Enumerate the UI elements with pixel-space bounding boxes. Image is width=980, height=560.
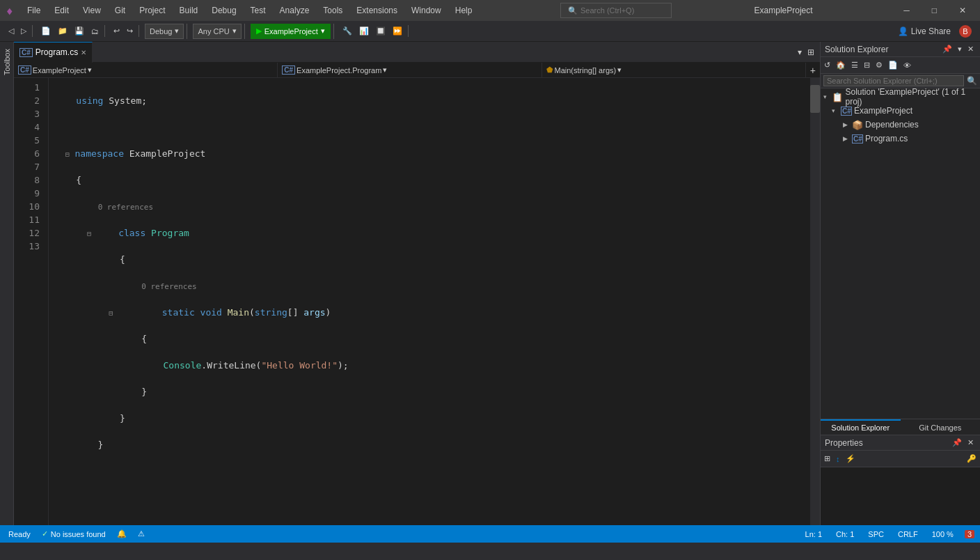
status-col[interactable]: Ch: 1 xyxy=(833,530,857,538)
se-newfile-btn[interactable]: 📄 xyxy=(886,59,900,71)
editor-tab-programcs[interactable]: C# Program.cs ✕ xyxy=(14,42,93,63)
code-editor: 12345 678910 111213 using System; ⊟ name… xyxy=(14,78,820,525)
run-button[interactable]: ▶ ExampleProject ▾ xyxy=(251,24,331,39)
menu-file[interactable]: File xyxy=(22,4,46,17)
menu-debug[interactable]: Debug xyxy=(206,4,242,17)
status-bar: Ready ✓ No issues found 🔔 ⚠ Ln: 1 Ch: 1 … xyxy=(0,525,980,543)
vs-logo: ⬧ xyxy=(6,3,13,18)
collapse-class[interactable]: ⊟ xyxy=(87,230,91,238)
main-area: Toolbox C# Program.cs ✕ ▾ ⊞ C# ExamplePr… xyxy=(0,42,980,525)
toolbar-new-btn[interactable]: 📄 xyxy=(38,25,54,37)
toolbar-run: ▶ ExampleProject ▾ xyxy=(248,24,334,39)
panel-close-button[interactable]: ✕ xyxy=(965,44,976,54)
panel-actions: 📌 ▾ ✕ xyxy=(940,44,976,54)
vertical-scrollbar[interactable] xyxy=(810,78,820,525)
panel-menu-button[interactable]: ▾ xyxy=(956,44,964,54)
tree-dependencies[interactable]: ▶ 📦 Dependencies xyxy=(821,118,980,132)
prop-toolbar: ⊞ ↕ ⚡ 🔑 xyxy=(821,451,980,467)
toolbar-step-btn[interactable]: ⏩ xyxy=(390,25,405,37)
status-errors[interactable]: ⚠ xyxy=(135,529,148,538)
collapse-main[interactable]: ⊟ xyxy=(109,309,113,317)
menu-analyze[interactable]: Analyze xyxy=(274,4,315,17)
toolbar-redo-btn[interactable]: ↪ xyxy=(124,25,136,37)
notification-count[interactable]: 3 xyxy=(965,530,974,538)
nav-class-icon: C# xyxy=(282,65,295,75)
tab-list-icon[interactable]: ▾ xyxy=(795,46,805,59)
split-editor-icon[interactable]: ⊞ xyxy=(805,46,817,59)
prop-pin-button[interactable]: 📌 xyxy=(950,437,964,448)
menu-view[interactable]: View xyxy=(77,4,106,17)
status-spc[interactable]: SPC xyxy=(865,530,887,538)
close-button[interactable]: ✕ xyxy=(951,3,974,18)
window-title: 🔍 xyxy=(560,3,672,18)
menu-help[interactable]: Help xyxy=(450,4,478,17)
status-crlf[interactable]: CRLF xyxy=(895,530,921,538)
toolbox-tab[interactable]: Toolbox xyxy=(1,45,13,79)
menu-tools[interactable]: Tools xyxy=(317,4,348,17)
prop-refresh-btn[interactable]: 🔑 xyxy=(965,453,979,465)
nav-bar: C# ExampleProject ▾ C# ExampleProject.Pr… xyxy=(14,63,820,78)
se-preview-btn[interactable]: 👁 xyxy=(901,60,913,71)
se-filter-btn[interactable]: ☰ xyxy=(849,59,860,71)
project-nav-dropdown[interactable]: C# ExampleProject ▾ xyxy=(14,63,278,77)
properties-panel: Properties 📌 ✕ ⊞ ↕ ⚡ 🔑 xyxy=(821,435,980,525)
status-notifications[interactable]: 🔔 xyxy=(114,529,129,538)
toolbar-open-btn[interactable]: 📁 xyxy=(55,25,70,37)
status-zoom[interactable]: 100 % xyxy=(929,530,956,538)
toolbar-save-btn[interactable]: 💾 xyxy=(72,25,87,37)
se-collapse-btn[interactable]: ⊟ xyxy=(862,59,872,71)
file-icon: C# xyxy=(852,134,863,143)
menu-project[interactable]: Project xyxy=(134,4,171,17)
close-tab-button[interactable]: ✕ xyxy=(81,49,86,56)
status-ready[interactable]: Ready xyxy=(6,530,33,538)
editor-area: C# Program.cs ✕ ▾ ⊞ C# ExampleProject ▾ … xyxy=(14,42,820,525)
chevron-down-icon: ▾ xyxy=(383,65,387,75)
prop-sort-btn[interactable]: ↕ xyxy=(834,453,842,465)
prop-grid-btn[interactable]: ⊞ xyxy=(822,453,832,465)
debug-config-dropdown[interactable]: Debug ▾ xyxy=(145,24,184,39)
class-nav-dropdown[interactable]: C# ExampleProject.Program ▾ xyxy=(278,63,542,77)
toolbar-forward-btn[interactable]: ▷ xyxy=(18,25,29,37)
scrollbar-thumb[interactable] xyxy=(810,85,820,113)
tree-programcs[interactable]: ▶ C# Program.cs xyxy=(821,132,980,146)
toolbar-attach-btn[interactable]: 🔧 xyxy=(340,25,355,37)
platform-dropdown[interactable]: Any CPU ▾ xyxy=(193,24,241,39)
menu-extensions[interactable]: Extensions xyxy=(351,4,403,17)
prop-filter-btn[interactable]: ⚡ xyxy=(844,453,858,465)
liveshare-button[interactable]: 👤 Live Share B xyxy=(892,24,977,39)
se-tab-git[interactable]: Git Changes xyxy=(901,419,981,435)
toolbar-profiler-btn[interactable]: 📊 xyxy=(356,25,372,37)
status-issues[interactable]: ✓ No issues found xyxy=(39,529,109,538)
maximize-button[interactable]: □ xyxy=(924,3,945,18)
se-home-btn[interactable]: 🏠 xyxy=(834,59,848,71)
panel-pin-button[interactable]: 📌 xyxy=(940,44,954,54)
menu-edit[interactable]: Edit xyxy=(49,4,74,17)
collapse-namespace[interactable]: ⊟ xyxy=(65,150,70,158)
toolbar-undo-btn[interactable]: ↩ xyxy=(111,25,122,37)
se-tree: ▾ 📋 Solution 'ExampleProject' (1 of 1 pr… xyxy=(821,88,980,419)
toolbar-back-btn[interactable]: ◁ xyxy=(6,25,17,37)
menu-git[interactable]: Git xyxy=(109,4,131,17)
method-nav-dropdown[interactable]: ⬟ Main(string[] args) ▾ xyxy=(542,63,806,77)
menu-test[interactable]: Test xyxy=(245,4,271,17)
menu-build[interactable]: Build xyxy=(174,4,204,17)
minimize-button[interactable]: ─ xyxy=(895,3,918,18)
toolbar-bkpt-btn[interactable]: 🔲 xyxy=(373,25,388,37)
se-tab-solution[interactable]: Solution Explorer xyxy=(821,419,901,435)
code-content[interactable]: using System; ⊟ namespace ExampleProject… xyxy=(49,78,810,525)
right-panel: Solution Explorer 📌 ▾ ✕ ↺ 🏠 ☰ ⊟ ⚙ 📄 👁 xyxy=(820,42,980,525)
toolbar-saveall-btn[interactable]: 🗂 xyxy=(88,26,102,37)
se-search: 🔍 xyxy=(821,74,980,88)
menu-window[interactable]: Window xyxy=(406,4,447,17)
prop-close-button[interactable]: ✕ xyxy=(965,437,976,448)
tree-solution[interactable]: ▾ 📋 Solution 'ExampleProject' (1 of 1 pr… xyxy=(821,90,980,104)
chevron-down-icon: ▾ xyxy=(232,26,237,36)
nav-add-button[interactable]: + xyxy=(806,65,820,76)
chevron-down-icon: ▾ xyxy=(617,65,622,75)
se-search-input[interactable] xyxy=(823,75,964,86)
search-icon: 🔍 xyxy=(967,76,977,86)
global-search[interactable] xyxy=(580,6,664,15)
se-settings-btn[interactable]: ⚙ xyxy=(874,59,885,71)
se-sync-btn[interactable]: ↺ xyxy=(822,59,832,71)
status-line[interactable]: Ln: 1 xyxy=(803,530,825,538)
